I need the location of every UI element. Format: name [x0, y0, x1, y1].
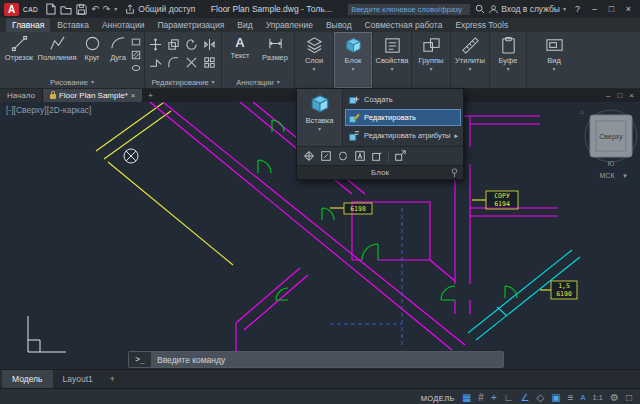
search-input[interactable]	[347, 3, 471, 16]
share-button[interactable]: Общий доступ	[125, 4, 195, 14]
annotation-scale-indicator[interactable]: 1:1	[593, 394, 603, 402]
hatch-tool-icon[interactable]	[131, 50, 141, 60]
block-button[interactable]: Блок ▾	[334, 32, 373, 88]
export-block-icon[interactable]	[394, 150, 406, 162]
attribute-definition-icon[interactable]	[354, 150, 366, 162]
groups-dropdown-icon: ▾	[429, 66, 432, 72]
arc-tool-label: Дуга	[110, 53, 126, 62]
mirror-tool-icon[interactable]	[203, 38, 216, 51]
file-tab-active[interactable]: Floor Plan Sample* ×	[43, 89, 144, 102]
model-space-indicator[interactable]: МОДЕЛЬ	[421, 394, 455, 403]
share-icon	[125, 4, 135, 14]
ribbon-tab-output[interactable]: Вывод	[320, 18, 358, 32]
new-file-icon[interactable]	[45, 3, 56, 15]
draw-panel-footer[interactable]: Рисование ▾	[0, 76, 144, 88]
copy-tool-icon[interactable]	[167, 38, 180, 51]
add-layout-button[interactable]: +	[103, 370, 122, 388]
sync-attributes-icon[interactable]	[337, 150, 349, 162]
ribbon-tab-manage[interactable]: Управление	[260, 18, 319, 32]
utilities-button[interactable]: Утилиты ▾	[451, 32, 490, 88]
maximize-button[interactable]: □	[606, 5, 617, 14]
command-line[interactable]: >_ Введите команду	[128, 351, 504, 368]
dimension-tool-button[interactable]: Размер	[260, 35, 290, 62]
help-icon[interactable]: ?	[572, 5, 583, 14]
view-button[interactable]: Вид ▾	[527, 32, 581, 88]
sign-in-button[interactable]: Вход в службы ▾	[489, 4, 566, 14]
layout1-tab[interactable]: Layout1	[53, 370, 103, 388]
undo-icon[interactable]: ↶	[91, 5, 99, 14]
modify-panel-footer[interactable]: Редактирование ▾	[145, 76, 221, 88]
customization-gear-icon[interactable]: ⚙	[610, 393, 619, 403]
ribbon-tab-parametric[interactable]: Параметризация	[151, 18, 230, 32]
rotate-tool-icon[interactable]	[185, 38, 198, 51]
search-icon[interactable]	[475, 4, 485, 14]
ribbon: Отрезок Полилиния Круг Дуга	[0, 32, 640, 89]
move-tool-icon[interactable]	[149, 38, 162, 51]
fillet-tool-icon[interactable]	[167, 56, 180, 69]
stretch-tool-icon[interactable]	[149, 56, 162, 69]
qat-dropdown-icon[interactable]: ▾	[114, 6, 117, 12]
dynamic-input-icon[interactable]: +	[491, 393, 497, 403]
edit-attributes-item[interactable]: Редактировать атрибуты ▸	[345, 127, 461, 144]
file-tab-start[interactable]: Начало	[0, 89, 43, 102]
insert-block-button[interactable]: Вставка ▾	[297, 89, 343, 146]
ribbon-tab-express[interactable]: Express Tools	[449, 18, 514, 32]
line-icon	[11, 35, 28, 52]
annotation-visibility-icon[interactable]: A	[581, 394, 586, 402]
ellipse-tool-icon[interactable]	[131, 63, 141, 73]
drawing-restore-icon[interactable]: □	[617, 91, 622, 100]
clipboard-button[interactable]: Буфе ▾	[490, 32, 527, 88]
object-snap-icon[interactable]: ▣	[551, 393, 560, 403]
polar-tracking-icon[interactable]: ∠	[521, 393, 530, 403]
base-point-icon[interactable]	[303, 150, 315, 162]
viewcube-home-icon[interactable]: ⌂	[580, 108, 584, 115]
pin-icon[interactable]	[450, 168, 459, 177]
text-tool-button[interactable]: A Текст	[226, 35, 254, 60]
clean-screen-icon[interactable]: □	[626, 393, 632, 403]
ribbon-tab-view[interactable]: Вид	[231, 18, 258, 32]
arc-tool-button[interactable]: Дуга	[106, 35, 130, 62]
drawing-close-icon[interactable]: ×	[629, 91, 634, 100]
file-tab-close-icon[interactable]: ×	[131, 91, 136, 100]
ribbon-tab-insert[interactable]: Вставка	[51, 18, 95, 32]
command-input-placeholder[interactable]: Введите команду	[151, 355, 225, 365]
ribbon-tab-annotate[interactable]: Аннотации	[96, 18, 151, 32]
quick-access-toolbar: ↶ ↷ ▾	[45, 3, 117, 15]
annotation-panel-footer[interactable]: Аннотации ▾	[222, 76, 294, 88]
wcs-menu[interactable]: МСК	[600, 172, 616, 179]
create-block-item[interactable]: Создать	[345, 91, 461, 108]
app-logo-icon[interactable]: A	[4, 3, 19, 16]
new-file-tab-button[interactable]: +	[143, 89, 157, 102]
array-tool-icon[interactable]	[203, 56, 216, 69]
lineweight-icon[interactable]: ≡	[568, 393, 574, 403]
attach-reference-icon[interactable]	[320, 150, 332, 162]
ribbon-tab-collaborate[interactable]: Совместная работа	[359, 18, 449, 32]
ribbon-tab-home[interactable]: Главная	[6, 18, 50, 32]
viewcube-face-label[interactable]: Сверху	[599, 133, 623, 141]
rectangle-tool-icon[interactable]	[131, 37, 141, 47]
circle-tool-button[interactable]: Круг	[79, 35, 105, 62]
viewcube[interactable]: Сверху Ю ⌂ МСК ▾	[580, 108, 637, 179]
drawing-minimize-icon[interactable]: –	[606, 91, 610, 100]
save-file-icon[interactable]	[76, 4, 87, 15]
edit-block-item[interactable]: Редактировать	[345, 109, 461, 126]
open-file-icon[interactable]	[60, 4, 72, 15]
layers-button[interactable]: Слои ▾	[295, 32, 334, 88]
close-button[interactable]: ×	[623, 5, 634, 14]
block-editor-icon[interactable]	[371, 150, 383, 162]
snap-toggle-icon[interactable]: #	[478, 393, 484, 403]
properties-button[interactable]: Свойства ▾	[373, 32, 412, 88]
viewcube-south-label[interactable]: Ю	[608, 160, 615, 167]
line-tool-button[interactable]: Отрезок	[3, 35, 35, 62]
minimize-button[interactable]: –	[589, 5, 600, 14]
ortho-toggle-icon[interactable]: ∟	[504, 393, 514, 403]
model-tab[interactable]: Модель	[2, 370, 53, 388]
redo-icon[interactable]: ↷	[103, 5, 111, 14]
trim-tool-icon[interactable]	[185, 56, 198, 69]
isodraft-icon[interactable]: ◇	[537, 393, 545, 403]
polyline-tool-button[interactable]: Полилиния	[36, 35, 78, 62]
grid-toggle-icon[interactable]: ▦	[462, 393, 471, 403]
wcs-dropdown-icon[interactable]: ▾	[623, 172, 627, 179]
viewport-controls[interactable]: [-][Сверху][2D-каркас]	[6, 105, 91, 115]
groups-button[interactable]: Группы ▾	[412, 32, 451, 88]
